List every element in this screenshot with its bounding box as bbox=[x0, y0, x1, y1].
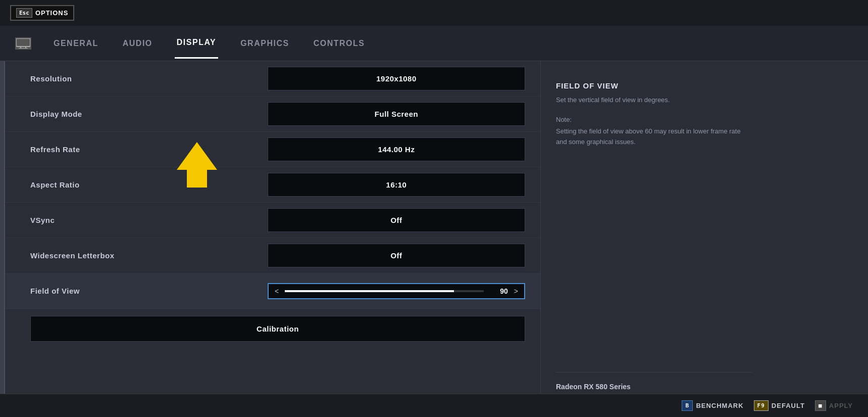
info-note-text: Setting the field of view above 60 may r… bbox=[556, 126, 752, 148]
vsync-row: VSync Off bbox=[5, 203, 540, 238]
refresh-rate-control[interactable]: 144.00 Hz bbox=[268, 137, 525, 161]
fov-slider-fill bbox=[285, 290, 454, 292]
fov-slider-track[interactable] bbox=[285, 290, 484, 292]
aspect-ratio-label: Aspect Ratio bbox=[30, 180, 268, 189]
settings-panel: Resolution 1920x1080 Display Mode Full S… bbox=[5, 61, 540, 417]
sidebar-stripe bbox=[0, 61, 5, 417]
calibration-row: Calibration bbox=[5, 309, 540, 349]
fov-control[interactable]: < 90 > bbox=[268, 283, 525, 299]
fov-value: 90 bbox=[488, 287, 508, 295]
display-mode-label: Display Mode bbox=[30, 110, 268, 118]
main-content: Resolution 1920x1080 Display Mode Full S… bbox=[0, 61, 868, 417]
nav-tabs: GENERAL AUDIO DISPLAY GRAPHICS CONTROLS bbox=[0, 26, 868, 61]
aspect-ratio-dropdown[interactable]: 16:10 bbox=[268, 173, 525, 197]
benchmark-button[interactable]: B BENCHMARK bbox=[682, 400, 743, 411]
widescreen-dropdown[interactable]: Off bbox=[268, 244, 525, 267]
tab-display[interactable]: DISPLAY bbox=[175, 28, 218, 59]
widescreen-label: Widescreen Letterbox bbox=[30, 251, 268, 260]
display-icon bbox=[15, 37, 31, 50]
esc-options-button[interactable]: Esc OPTIONS bbox=[10, 5, 74, 21]
bottom-bar: B BENCHMARK F9 DEFAULT ■ APPLY bbox=[0, 394, 868, 417]
tab-graphics[interactable]: GRAPHICS bbox=[238, 29, 291, 58]
apply-button[interactable]: ■ APPLY bbox=[815, 400, 853, 411]
tab-audio[interactable]: AUDIO bbox=[121, 29, 155, 58]
svg-rect-0 bbox=[16, 38, 30, 47]
fov-label: Field of View bbox=[30, 287, 268, 295]
widescreen-row: Widescreen Letterbox Off bbox=[5, 238, 540, 273]
info-panel: FIELD OF VIEW Set the vertical field of … bbox=[540, 61, 768, 417]
benchmark-key: B bbox=[682, 400, 693, 411]
calibration-button[interactable]: Calibration bbox=[30, 316, 525, 342]
refresh-rate-row: Refresh Rate 144.00 Hz bbox=[5, 132, 540, 167]
aspect-ratio-row: Aspect Ratio 16:10 bbox=[5, 167, 540, 203]
top-bar: Esc OPTIONS bbox=[0, 0, 868, 26]
apply-label: APPLY bbox=[829, 402, 853, 409]
resolution-row: Resolution 1920x1080 bbox=[5, 61, 540, 97]
apply-key: ■ bbox=[815, 400, 826, 411]
vsync-control[interactable]: Off bbox=[268, 208, 525, 232]
default-button[interactable]: F9 DEFAULT bbox=[754, 400, 805, 411]
benchmark-label: BENCHMARK bbox=[696, 402, 743, 409]
display-mode-row: Display Mode Full Screen bbox=[5, 97, 540, 132]
resolution-control[interactable]: 1920x1080 bbox=[268, 67, 525, 90]
fov-row: Field of View < 90 > bbox=[5, 273, 540, 309]
info-description: Set the vertical field of view in degree… bbox=[556, 95, 752, 106]
widescreen-control[interactable]: Off bbox=[268, 244, 525, 267]
refresh-rate-dropdown[interactable]: 144.00 Hz bbox=[268, 137, 525, 161]
default-key: F9 bbox=[754, 400, 769, 411]
info-note-title: Note: bbox=[556, 116, 752, 123]
resolution-dropdown[interactable]: 1920x1080 bbox=[268, 67, 525, 90]
info-spacer bbox=[556, 147, 752, 372]
fov-increase-button[interactable]: > bbox=[512, 287, 520, 295]
refresh-rate-label: Refresh Rate bbox=[30, 145, 268, 154]
tab-controls[interactable]: CONTROLS bbox=[312, 29, 367, 58]
display-mode-dropdown[interactable]: Full Screen bbox=[268, 102, 525, 126]
options-label: OPTIONS bbox=[35, 9, 69, 17]
fov-decrease-button[interactable]: < bbox=[273, 287, 281, 295]
aspect-ratio-control[interactable]: 16:10 bbox=[268, 173, 525, 197]
tab-general[interactable]: GENERAL bbox=[52, 29, 100, 58]
gpu-name: Radeon RX 580 Series bbox=[556, 383, 752, 391]
fov-slider-container[interactable]: < 90 > bbox=[268, 283, 525, 299]
default-label: DEFAULT bbox=[772, 402, 805, 409]
esc-key: Esc bbox=[16, 8, 32, 18]
display-mode-control[interactable]: Full Screen bbox=[268, 102, 525, 126]
vsync-label: VSync bbox=[30, 216, 268, 224]
vsync-dropdown[interactable]: Off bbox=[268, 208, 525, 232]
info-title: FIELD OF VIEW bbox=[556, 81, 752, 90]
resolution-label: Resolution bbox=[30, 74, 268, 83]
